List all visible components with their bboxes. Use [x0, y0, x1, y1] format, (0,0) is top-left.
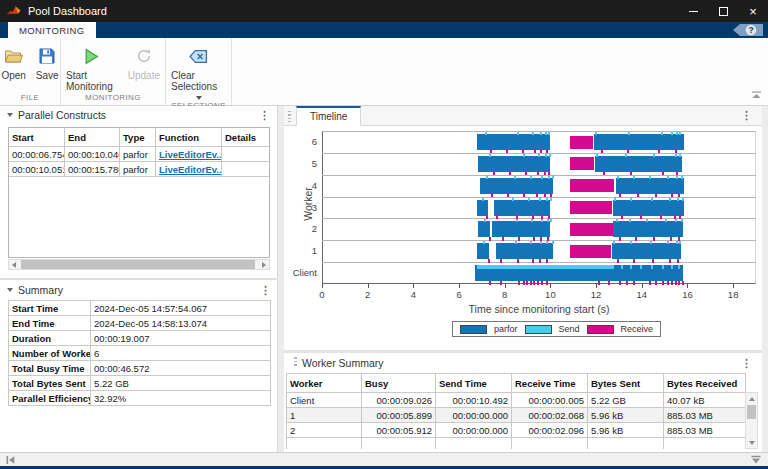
- receive-bar[interactable]: [570, 136, 593, 149]
- help-button[interactable]: ?: [733, 23, 764, 37]
- scrollbar-thumb[interactable]: [747, 405, 756, 419]
- receive-tick: [617, 259, 619, 263]
- row-separator: [322, 175, 756, 176]
- receive-bar[interactable]: [570, 179, 615, 192]
- summary-label: Start Time: [9, 301, 91, 316]
- send-tick: [617, 175, 619, 179]
- bytes-received-cell: 885.03 MB: [664, 423, 746, 438]
- receive-bar[interactable]: [570, 223, 613, 236]
- send-tick: [653, 153, 655, 157]
- x-tick-label: 0: [311, 289, 333, 300]
- table-row[interactable]: 00:00:06.75400:00:10.046parforLiveEditor…: [9, 147, 271, 162]
- parfor-bar[interactable]: [478, 156, 550, 172]
- x-tick: [550, 284, 551, 288]
- panel-collapse-down-icon[interactable]: [750, 455, 762, 465]
- receive-time-cell: 00:00:02.068: [512, 408, 588, 423]
- receive-tick: [621, 215, 623, 219]
- send-legend-swatch: [525, 325, 552, 334]
- parfor-bar[interactable]: [477, 134, 550, 150]
- x-tick-label: 16: [676, 289, 698, 300]
- send-tick: [485, 132, 487, 136]
- receive-bar[interactable]: [570, 157, 594, 170]
- parfor-bar[interactable]: [477, 200, 487, 216]
- ribbon-tabstrip: [0, 22, 768, 38]
- open-button[interactable]: Open: [0, 43, 31, 81]
- drag-handle-icon[interactable]: [294, 357, 297, 368]
- summary-label: End Time: [9, 316, 91, 331]
- receive-tick: [500, 281, 502, 285]
- table-row[interactable]: 100:00:05.89900:00:00.00000:00:02.0685.9…: [287, 408, 746, 423]
- table-row[interactable]: 00:00:10.05100:00:15.786parforLiveEditor…: [9, 162, 271, 177]
- kebab-icon[interactable]: ⋮: [259, 110, 270, 120]
- parfor-bar[interactable]: [616, 178, 685, 194]
- send-tick: [651, 265, 653, 269]
- scroll-left-icon[interactable]: [12, 262, 16, 268]
- send-tick: [640, 265, 642, 269]
- parfor-bar[interactable]: [478, 221, 489, 237]
- parfor-bar[interactable]: [496, 243, 553, 259]
- vertical-scrollbar[interactable]: [745, 392, 758, 449]
- receive-tick: [635, 237, 637, 241]
- scroll-right-icon[interactable]: [262, 262, 266, 268]
- horizontal-scrollbar[interactable]: [8, 259, 270, 270]
- summary-value: 32.92%: [91, 391, 271, 406]
- parfor-legend-swatch: [460, 325, 487, 334]
- minimize-button[interactable]: [678, 0, 708, 22]
- update-button[interactable]: Update: [123, 43, 165, 81]
- parfor-bar[interactable]: [477, 243, 488, 259]
- parfor-bar[interactable]: [480, 178, 553, 194]
- busy-cell: 00:00:05.912: [362, 423, 436, 438]
- start-monitoring-button[interactable]: Start Monitoring: [61, 43, 123, 92]
- toolstrip-collapse-button[interactable]: [751, 91, 762, 99]
- toolbar-group-monitoring: Start Monitoring Update MONITORING: [61, 38, 166, 105]
- receive-tick: [652, 259, 654, 263]
- function-link[interactable]: LiveEditorEv...: [159, 164, 222, 175]
- end-cell: 00:00:15.786: [65, 162, 120, 177]
- close-button[interactable]: ×: [738, 0, 768, 22]
- receive-tick: [619, 237, 621, 241]
- collapse-triangle-icon[interactable]: [7, 113, 13, 117]
- parfor-bar[interactable]: [613, 221, 683, 237]
- parfor-bar[interactable]: [594, 134, 684, 150]
- x-tick-label: 14: [631, 289, 653, 300]
- table-row[interactable]: Client00:00:09.02600:00:10.49200:00:00.0…: [287, 393, 746, 408]
- send-tick: [484, 219, 486, 223]
- function-link[interactable]: LiveEditorEv...: [159, 149, 222, 160]
- maximize-button[interactable]: [708, 0, 738, 22]
- receive-bar[interactable]: [570, 201, 612, 214]
- drag-handle-icon[interactable]: [288, 111, 291, 122]
- cell: [362, 438, 436, 450]
- column-header: Send Time: [436, 374, 512, 393]
- kebab-icon[interactable]: ⋮: [741, 358, 752, 368]
- panel-collapse-left-icon[interactable]: [5, 455, 16, 465]
- legend-label: parfor: [494, 324, 518, 334]
- cell: [664, 438, 746, 450]
- tab-timeline[interactable]: Timeline: [296, 106, 361, 126]
- scroll-up-button[interactable]: [746, 393, 757, 404]
- clear-selections-button[interactable]: Clear Selections: [166, 43, 231, 100]
- parfor-bar[interactable]: [595, 156, 682, 172]
- kebab-icon[interactable]: ⋮: [741, 110, 752, 120]
- parfor-bar[interactable]: [612, 243, 681, 259]
- scroll-down-button[interactable]: [746, 437, 757, 448]
- pool-dashboard-window: Pool Dashboard × MONITORING ?: [0, 0, 768, 469]
- table-row[interactable]: 200:00:05.91200:00:00.00000:00:02.0965.9…: [287, 423, 746, 438]
- receive-bar[interactable]: [570, 245, 611, 258]
- tab-monitoring[interactable]: MONITORING: [8, 22, 96, 38]
- collapse-triangle-icon[interactable]: [7, 288, 13, 292]
- parfor-bar[interactable]: [494, 200, 550, 216]
- save-button[interactable]: Save: [31, 43, 64, 81]
- parfor-bar[interactable]: [613, 200, 684, 216]
- bytes-sent-cell: 5.96 kB: [588, 423, 664, 438]
- parfor-bar[interactable]: [492, 221, 550, 237]
- panel-divider[interactable]: [0, 278, 278, 280]
- summary-table: Start Time2024-Dec-05 14:57:54.067End Ti…: [8, 300, 271, 406]
- row-separator: [322, 240, 756, 241]
- receive-tick: [532, 259, 534, 263]
- legend-label: Send: [559, 324, 580, 334]
- receive-tick: [541, 281, 543, 285]
- receive-tick: [506, 150, 508, 154]
- kebab-icon[interactable]: ⋮: [260, 285, 271, 295]
- receive-tick: [493, 172, 495, 176]
- scrollbar-thumb[interactable]: [21, 260, 255, 269]
